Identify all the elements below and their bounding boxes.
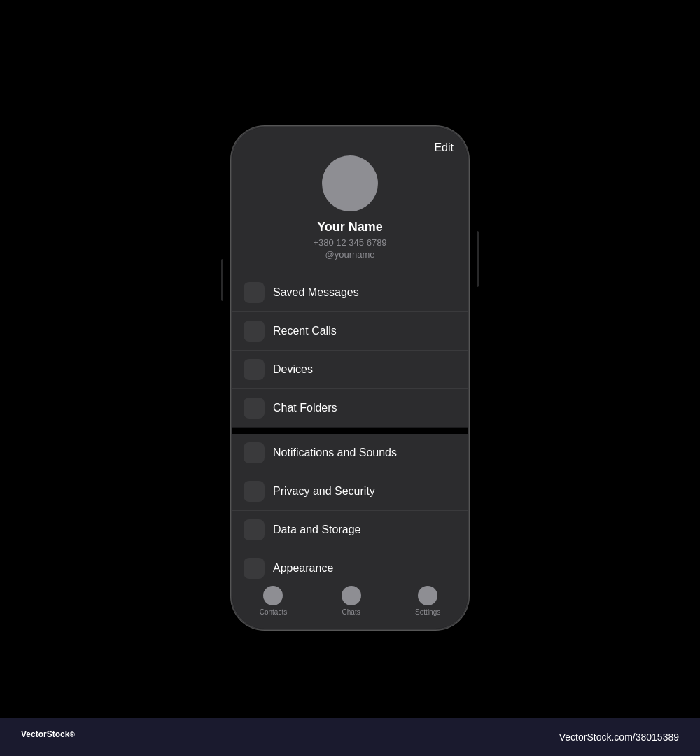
menu-content: Saved Messages Recent Calls Devices Chat… bbox=[232, 274, 468, 580]
privacy-icon bbox=[244, 481, 265, 502]
profile-section: Edit Your Name +380 12 345 6789 @yournam… bbox=[232, 127, 468, 274]
data-storage-label: Data and Storage bbox=[273, 524, 360, 536]
menu-item-notifications[interactable]: Notifications and Sounds bbox=[232, 434, 468, 472]
chat-folders-icon bbox=[244, 398, 265, 419]
devices-label: Devices bbox=[273, 363, 313, 376]
tab-bar: Contacts Chats Settings bbox=[232, 580, 468, 629]
contacts-tab-icon bbox=[263, 586, 283, 606]
privacy-label: Privacy and Security bbox=[273, 485, 375, 498]
side-button-right bbox=[477, 231, 479, 287]
menu-section-2: Notifications and Sounds Privacy and Sec… bbox=[232, 434, 468, 580]
phone-frame: Edit Your Name +380 12 345 6789 @yournam… bbox=[231, 126, 469, 630]
data-storage-icon bbox=[244, 519, 265, 540]
menu-item-saved-messages[interactable]: Saved Messages bbox=[232, 274, 468, 312]
avatar bbox=[322, 155, 378, 211]
notifications-icon bbox=[244, 442, 265, 463]
phone-wrapper: Edit Your Name +380 12 345 6789 @yournam… bbox=[224, 119, 476, 637]
user-username: @yourname bbox=[325, 249, 374, 260]
menu-item-appearance[interactable]: Appearance bbox=[232, 550, 468, 580]
chat-folders-label: Chat Folders bbox=[273, 402, 337, 414]
tab-contacts[interactable]: Contacts bbox=[260, 586, 287, 616]
recent-calls-label: Recent Calls bbox=[273, 325, 337, 337]
menu-item-devices[interactable]: Devices bbox=[232, 351, 468, 389]
devices-icon bbox=[244, 359, 265, 380]
settings-tab-icon bbox=[418, 586, 438, 606]
contacts-tab-label: Contacts bbox=[260, 608, 287, 616]
saved-messages-icon bbox=[244, 282, 265, 303]
screen: Edit Your Name +380 12 345 6789 @yournam… bbox=[232, 127, 468, 629]
user-phone: +380 12 345 6789 bbox=[313, 237, 386, 248]
settings-tab-label: Settings bbox=[415, 608, 440, 616]
appearance-label: Appearance bbox=[273, 562, 333, 575]
chats-tab-label: Chats bbox=[342, 608, 360, 616]
notifications-label: Notifications and Sounds bbox=[273, 447, 397, 459]
recent-calls-icon bbox=[244, 321, 265, 342]
tab-chats[interactable]: Chats bbox=[342, 586, 361, 616]
saved-messages-label: Saved Messages bbox=[273, 286, 359, 299]
menu-item-data-storage[interactable]: Data and Storage bbox=[232, 511, 468, 550]
watermark-bar: VectorStock® VectorStock.com/38015389 bbox=[0, 718, 700, 756]
appearance-icon bbox=[244, 558, 265, 579]
watermark-url: VectorStock.com/38015389 bbox=[559, 732, 679, 743]
menu-section-1: Saved Messages Recent Calls Devices Chat… bbox=[232, 274, 468, 427]
menu-item-chat-folders[interactable]: Chat Folders bbox=[232, 389, 468, 427]
tab-settings[interactable]: Settings bbox=[415, 586, 440, 616]
menu-item-recent-calls[interactable]: Recent Calls bbox=[232, 312, 468, 351]
menu-item-privacy[interactable]: Privacy and Security bbox=[232, 472, 468, 511]
chats-tab-icon bbox=[342, 586, 361, 606]
menu-separator bbox=[232, 428, 468, 434]
edit-button[interactable]: Edit bbox=[434, 141, 454, 154]
watermark-brand: VectorStock® bbox=[21, 729, 75, 746]
side-button-left bbox=[221, 259, 223, 301]
user-name: Your Name bbox=[317, 220, 383, 234]
